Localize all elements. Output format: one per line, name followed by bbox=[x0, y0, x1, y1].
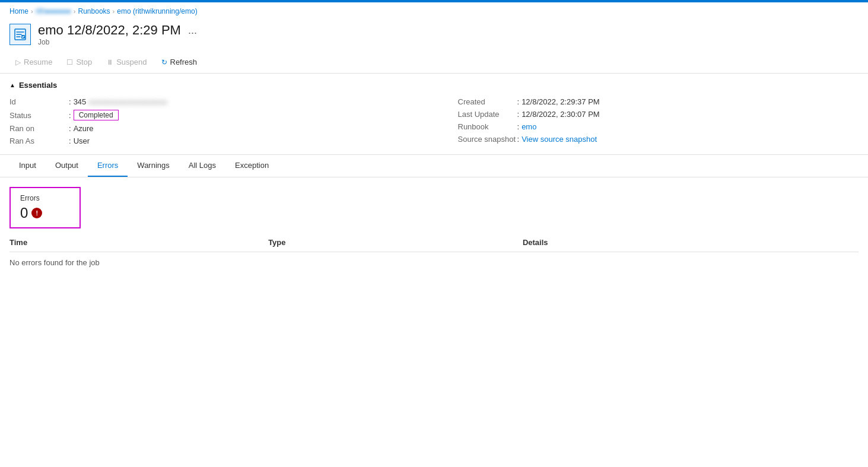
essentials-section: ▲ Essentials Id : 345 ●●●●●●●●●●●●●●●●●●… bbox=[0, 74, 868, 155]
stop-button[interactable]: ☐ Stop bbox=[61, 55, 98, 69]
page-icon bbox=[9, 24, 31, 45]
essentials-runbook-label: Runbook bbox=[458, 122, 517, 131]
essentials-status-row: Status : Completed bbox=[9, 108, 434, 122]
breadcrumb-home[interactable]: Home bbox=[9, 7, 28, 15]
essentials-created-row: Created : 12/8/2022, 2:29:37 PM bbox=[458, 96, 859, 108]
essentials-ran-as-value: User bbox=[74, 136, 90, 145]
resume-icon: ▷ bbox=[15, 58, 21, 66]
breadcrumb-sep-3: › bbox=[113, 8, 115, 15]
page-header: emo 12/8/2022, 2:29 PM ... Job bbox=[0, 20, 868, 51]
essentials-ran-as-row: Ran As : User bbox=[9, 135, 434, 147]
essentials-chevron: ▲ bbox=[9, 82, 15, 88]
breadcrumb-sep-1: › bbox=[31, 8, 33, 15]
table-header-time: Time bbox=[9, 233, 268, 252]
essentials-left: Id : 345 ●●●●●●●●●●●●●●●●●●●● Status : C… bbox=[9, 96, 434, 147]
table-header-details: Details bbox=[523, 233, 859, 252]
breadcrumb: Home › rith●●●●●● › Runbooks › emo (rith… bbox=[0, 2, 868, 20]
essentials-header[interactable]: ▲ Essentials bbox=[9, 81, 859, 90]
essentials-status-value: Completed bbox=[74, 110, 119, 120]
essentials-last-update-label: Last Update bbox=[458, 110, 517, 119]
essentials-last-update-row: Last Update : 12/8/2022, 2:30:07 PM bbox=[458, 108, 859, 120]
errors-count: 0 bbox=[20, 205, 28, 221]
toolbar: ▷ Resume ☐ Stop ⏸ Suspend ↻ Refresh bbox=[0, 51, 868, 74]
tab-input[interactable]: Input bbox=[9, 155, 46, 177]
stop-icon: ☐ bbox=[66, 58, 73, 66]
tab-all-logs[interactable]: All Logs bbox=[179, 155, 225, 177]
tab-exception[interactable]: Exception bbox=[225, 155, 278, 177]
errors-card-value: 0 ! bbox=[20, 205, 70, 221]
page-subtitle: Job bbox=[38, 38, 199, 46]
tabs-container: Input Output Errors Warnings All Logs Ex… bbox=[0, 155, 868, 177]
errors-card-section: Errors 0 ! bbox=[0, 177, 868, 233]
essentials-ran-on-value: Azure bbox=[74, 124, 94, 133]
errors-card: Errors 0 ! bbox=[9, 187, 81, 228]
essentials-id-label: Id bbox=[9, 97, 69, 106]
errors-card-title: Errors bbox=[20, 194, 70, 202]
breadcrumb-rith[interactable]: rith●●●●●● bbox=[36, 7, 71, 15]
ellipsis-button[interactable]: ... bbox=[186, 25, 199, 36]
tab-warnings[interactable]: Warnings bbox=[128, 155, 179, 177]
table-empty-row: No errors found for the job bbox=[9, 252, 859, 274]
essentials-right: Created : 12/8/2022, 2:29:37 PM Last Upd… bbox=[434, 96, 859, 147]
status-badge: Completed bbox=[74, 110, 119, 120]
essentials-id-row: Id : 345 ●●●●●●●●●●●●●●●●●●●● bbox=[9, 96, 434, 108]
essentials-status-label: Status bbox=[9, 111, 69, 120]
table-empty-message: No errors found for the job bbox=[9, 252, 859, 274]
essentials-source-snapshot-row: Source snapshot : View source snapshot bbox=[458, 133, 859, 145]
table-header-type: Type bbox=[268, 233, 523, 252]
refresh-icon: ↻ bbox=[161, 58, 167, 66]
tab-errors[interactable]: Errors bbox=[88, 155, 128, 177]
suspend-icon: ⏸ bbox=[106, 58, 113, 66]
table-header-row: Time Type Details bbox=[9, 233, 859, 252]
essentials-source-snapshot-value[interactable]: View source snapshot bbox=[522, 135, 597, 144]
essentials-ran-on-label: Ran on bbox=[9, 124, 69, 133]
essentials-grid: Id : 345 ●●●●●●●●●●●●●●●●●●●● Status : C… bbox=[9, 96, 859, 147]
essentials-ran-on-row: Ran on : Azure bbox=[9, 122, 434, 135]
breadcrumb-runbooks[interactable]: Runbooks bbox=[78, 7, 110, 15]
essentials-runbook-value[interactable]: emo bbox=[522, 122, 536, 131]
table-section: Time Type Details No errors found for th… bbox=[0, 233, 868, 273]
essentials-source-snapshot-label: Source snapshot bbox=[458, 135, 517, 144]
page-title: emo 12/8/2022, 2:29 PM bbox=[38, 23, 181, 38]
breadcrumb-sep-2: › bbox=[74, 8, 76, 15]
essentials-runbook-row: Runbook : emo bbox=[458, 120, 859, 133]
breadcrumb-emo[interactable]: emo (rithwikrunning/emo) bbox=[117, 7, 197, 15]
error-icon: ! bbox=[31, 208, 42, 218]
essentials-created-value: 12/8/2022, 2:29:37 PM bbox=[522, 97, 600, 106]
essentials-label: Essentials bbox=[19, 81, 57, 90]
refresh-button[interactable]: ↻ Refresh bbox=[155, 55, 204, 69]
suspend-button[interactable]: ⏸ Suspend bbox=[100, 55, 152, 69]
essentials-created-label: Created bbox=[458, 97, 517, 106]
essentials-ran-as-label: Ran As bbox=[9, 136, 69, 145]
essentials-last-update-value: 12/8/2022, 2:30:07 PM bbox=[522, 110, 600, 119]
resume-button[interactable]: ▷ Resume bbox=[9, 55, 58, 69]
essentials-id-value: 345 ●●●●●●●●●●●●●●●●●●●● bbox=[74, 97, 168, 106]
errors-table: Time Type Details No errors found for th… bbox=[9, 233, 859, 273]
tab-output[interactable]: Output bbox=[46, 155, 88, 177]
